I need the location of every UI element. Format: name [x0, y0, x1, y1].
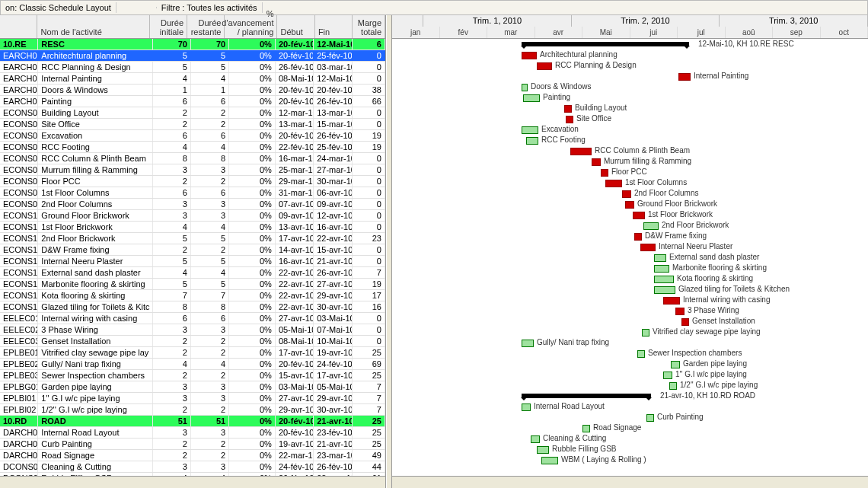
- gantt-label: 2nd Floor Columns: [634, 188, 698, 199]
- gantt-bar[interactable]: [625, 201, 634, 209]
- gantt-bar[interactable]: [601, 169, 608, 177]
- table-row[interactable]: ECONS06Murrum filling & Ramming330%25-ma…: [0, 164, 385, 176]
- quarter-header: Trim. 3, 2010: [720, 15, 868, 27]
- gantt-bar[interactable]: [642, 329, 649, 336]
- table-row[interactable]: ECONS03Excavation660%20-fév-1026-fév-101…: [0, 130, 385, 142]
- table-row[interactable]: ECONS122nd Floor Brickwork550%17-avr-102…: [0, 233, 385, 244]
- gantt-bar[interactable]: [637, 350, 645, 358]
- gantt-bar[interactable]: [654, 265, 669, 273]
- gantt-bar[interactable]: [526, 137, 538, 145]
- table-row[interactable]: ECONS02Site Office220%13-mar-1015-mar-10…: [0, 119, 385, 130]
- gantt-bar[interactable]: [654, 276, 674, 283]
- table-row[interactable]: DARCH02Curb Painting220%19-avr-1021-avr-…: [0, 439, 385, 450]
- gantt-bar[interactable]: [634, 233, 642, 241]
- gantt-bar[interactable]: [582, 425, 590, 432]
- table-row[interactable]: EARCH02RCC Planning & Design550%26-fév-1…: [0, 62, 385, 73]
- table-row[interactable]: 10.RDROAD51510%20-fév-1021-avr-1025: [0, 416, 385, 427]
- gantt-label: Internal Painting: [694, 71, 748, 81]
- gantt-bar[interactable]: [654, 286, 675, 294]
- gantt-label: Gully/ Nani trap fixing: [537, 337, 609, 348]
- gantt-bar[interactable]: [643, 222, 659, 230]
- layout-indicator[interactable]: on: Classic Schedule Layout: [1, 2, 116, 13]
- gantt-bar[interactable]: [537, 446, 549, 454]
- gantt-bar[interactable]: [566, 116, 573, 123]
- gantt-bar[interactable]: [570, 148, 592, 155]
- table-row[interactable]: EARCH01Architechtural planning550%20-fév…: [0, 50, 385, 62]
- gantt-label: External sand dash plaster: [669, 252, 759, 263]
- table-row[interactable]: ECONS05RCC Column & Plinth Beam880%16-ma…: [0, 153, 385, 164]
- col-di[interactable]: Durée initiale: [150, 15, 187, 38]
- gantt-bar[interactable]: [669, 382, 677, 390]
- table-row[interactable]: ECONS18Glazed tiling for Toilets & Kitc8…: [0, 301, 385, 313]
- gantt-bar[interactable]: [681, 318, 689, 326]
- gantt-bar[interactable]: [592, 158, 601, 166]
- col-pct[interactable]: % d'avancement / planning: [225, 15, 277, 38]
- table-row[interactable]: EPLBG01Garden pipe laying330%03-Mai-1005…: [0, 381, 385, 393]
- gantt-label: Marbonite flooring & skirting: [672, 263, 767, 273]
- gantt-bar[interactable]: [522, 403, 531, 411]
- gantt-chart[interactable]: 12-Mai-10, KH 10.RE RESCArchitechtural p…: [392, 39, 868, 476]
- gantt-bar[interactable]: [646, 414, 654, 422]
- table-row[interactable]: EPLBI011'' G.I w/c pipe laying330%27-avr…: [0, 393, 385, 404]
- gantt-bar[interactable]: [564, 105, 572, 113]
- gantt-bar[interactable]: [678, 73, 691, 81]
- splitter[interactable]: [386, 15, 392, 488]
- table-row[interactable]: DCONS01Cleaning & Cutting330%24-fév-1026…: [0, 461, 385, 473]
- col-dr[interactable]: Durée restante: [187, 15, 225, 38]
- month-header: jan: [392, 27, 440, 38]
- gantt-bar[interactable]: [633, 212, 645, 219]
- table-row[interactable]: EELEC023 Phase Wiring330%05-Mai-1007-Mai…: [0, 324, 385, 336]
- table-row[interactable]: ECONS111st Floor Brickwork440%13-avr-101…: [0, 222, 385, 233]
- table-row[interactable]: ECONS081st Floor Columns660%31-mar-1006-…: [0, 187, 385, 199]
- table-row[interactable]: DARCH03Road Signage220%22-mar-1023-mar-1…: [0, 450, 385, 461]
- table-row[interactable]: ECONS13D&W Frame fixing220%14-avr-1015-a…: [0, 244, 385, 256]
- table-row[interactable]: ECONS07Floor PCC220%29-mar-1030-mar-100: [0, 176, 385, 187]
- gantt-bar[interactable]: [522, 84, 528, 91]
- table-row[interactable]: EARCH03Internal Painting440%08-Mai-1012-…: [0, 73, 385, 85]
- gantt-bar[interactable]: [640, 244, 656, 251]
- gantt-bar[interactable]: [541, 457, 558, 464]
- table-row[interactable]: ECONS04RCC Footing440%22-fév-1025-fév-10…: [0, 142, 385, 153]
- table-row[interactable]: 10.RERESC70700%20-fév-1012-Mai-106: [0, 39, 385, 50]
- gantt-bar[interactable]: [537, 62, 552, 70]
- gantt-bar[interactable]: [531, 435, 540, 443]
- table-row[interactable]: ECONS01Building Layout220%12-mar-1013-ma…: [0, 107, 385, 119]
- table-row[interactable]: ECONS15External sand dash plaster440%22-…: [0, 267, 385, 279]
- col-name[interactable]: Nom de l'activité: [37, 15, 149, 38]
- gantt-label: Cleaning & Cutting: [543, 433, 606, 444]
- col-id[interactable]: [0, 15, 37, 38]
- table-row[interactable]: EPLBI021/2'' G.I w/c pipe laying220%29-a…: [0, 404, 385, 416]
- col-fin[interactable]: Fin: [315, 15, 353, 38]
- table-row[interactable]: EPLBE01Vitrified clay sewage pipe lay220…: [0, 347, 385, 359]
- table-body[interactable]: 10.RERESC70700%20-fév-1012-Mai-106EARCH0…: [0, 39, 385, 476]
- col-debut[interactable]: Début: [277, 15, 314, 38]
- table-row[interactable]: ECONS10Ground Floor Brickwork330%09-avr-…: [0, 210, 385, 222]
- gantt-bar[interactable]: [605, 180, 622, 187]
- col-marge[interactable]: Marge totale: [353, 15, 385, 38]
- table-row[interactable]: ECONS14Internal Neeru Plaster550%16-avr-…: [0, 256, 385, 267]
- gantt-bar[interactable]: [663, 372, 672, 379]
- gantt-bar[interactable]: [671, 361, 680, 368]
- toolbar: on: Classic Schedule Layout Filtre : Tou…: [0, 0, 868, 15]
- gantt-bar[interactable]: [663, 297, 680, 305]
- table-row[interactable]: EARCH05Painting660%20-fév-1026-fév-1066: [0, 96, 385, 107]
- table-row[interactable]: EARCH04Doors & Windows110%20-fév-1020-fé…: [0, 85, 385, 96]
- table-row[interactable]: ECONS16Marbonite flooring & skirting550%…: [0, 279, 385, 290]
- table-row[interactable]: EELEC03Genset Installation220%08-Mai-101…: [0, 336, 385, 347]
- h-scrollbar-right[interactable]: [392, 476, 868, 488]
- table-row[interactable]: ECONS092nd Floor Columns330%07-avr-1009-…: [0, 199, 385, 210]
- gantt-bar[interactable]: [622, 190, 631, 198]
- gantt-bar[interactable]: [522, 52, 537, 59]
- h-scrollbar-left[interactable]: [0, 476, 385, 488]
- gantt-bar[interactable]: [523, 94, 540, 102]
- table-row[interactable]: EPLBE02Gully/ Nani trap fixing440%20-fév…: [0, 359, 385, 370]
- gantt-bar[interactable]: [522, 340, 534, 347]
- month-header: aoû: [726, 27, 774, 38]
- gantt-bar[interactable]: [522, 126, 538, 134]
- table-row[interactable]: DARCH01Internal Road Layout330%20-fév-10…: [0, 427, 385, 439]
- table-row[interactable]: ECONS17Kota flooring & skirting770%22-av…: [0, 290, 385, 301]
- table-row[interactable]: EELEC01Internal wiring with casing660%27…: [0, 313, 385, 324]
- gantt-bar[interactable]: [654, 254, 666, 262]
- gantt-bar[interactable]: [675, 308, 685, 315]
- table-row[interactable]: EPLBE03Sewer Inspection chambers220%15-a…: [0, 370, 385, 381]
